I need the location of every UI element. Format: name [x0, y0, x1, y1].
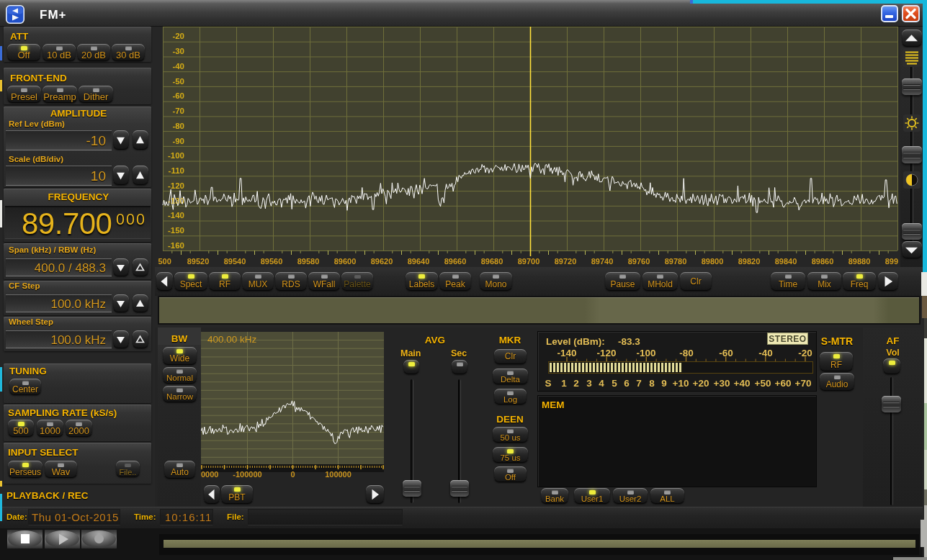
svg-text:-100000: -100000	[233, 470, 261, 479]
svg-text:89740: 89740	[591, 257, 614, 266]
svg-text:-80: -80	[172, 122, 184, 130]
svg-text:-50: -50	[172, 77, 184, 86]
svg-text:89660: 89660	[444, 257, 467, 266]
svg-text:89640: 89640	[408, 257, 430, 266]
svg-text:89900: 89900	[885, 257, 898, 266]
svg-text:-90: -90	[172, 137, 184, 145]
svg-text:89800: 89800	[702, 257, 724, 266]
svg-text:89580: 89580	[297, 257, 320, 266]
svg-text:89860: 89860	[812, 257, 834, 266]
svg-text:-60: -60	[172, 91, 184, 100]
svg-text:-40: -40	[172, 62, 184, 71]
svg-text:-160: -160	[168, 241, 184, 250]
svg-text:-110: -110	[169, 166, 184, 175]
svg-text:-140: -140	[168, 211, 184, 220]
svg-text:89780: 89780	[665, 257, 687, 266]
svg-text:89720: 89720	[555, 257, 577, 266]
svg-text:-20: -20	[172, 32, 184, 40]
svg-text:-150: -150	[168, 226, 184, 235]
svg-text:-120: -120	[168, 181, 184, 190]
svg-text:89520: 89520	[187, 257, 210, 266]
svg-text:89620: 89620	[371, 257, 393, 266]
svg-text:-100: -100	[168, 151, 184, 160]
svg-text:-30: -30	[172, 47, 184, 55]
svg-text:89560: 89560	[261, 257, 283, 266]
svg-text:89600: 89600	[334, 257, 357, 266]
svg-text:100000: 100000	[325, 470, 351, 479]
svg-text:89540: 89540	[224, 257, 246, 266]
svg-text:-70: -70	[172, 107, 184, 115]
svg-text:89840: 89840	[775, 257, 797, 266]
svg-text:0000: 0000	[201, 470, 218, 479]
svg-text:89820: 89820	[738, 257, 761, 266]
svg-text:0: 0	[290, 470, 295, 479]
svg-text:89700: 89700	[518, 257, 540, 266]
svg-text:500: 500	[158, 257, 171, 266]
svg-text:89680: 89680	[481, 257, 503, 266]
svg-text:89880: 89880	[848, 257, 871, 266]
svg-text:89760: 89760	[628, 257, 650, 266]
